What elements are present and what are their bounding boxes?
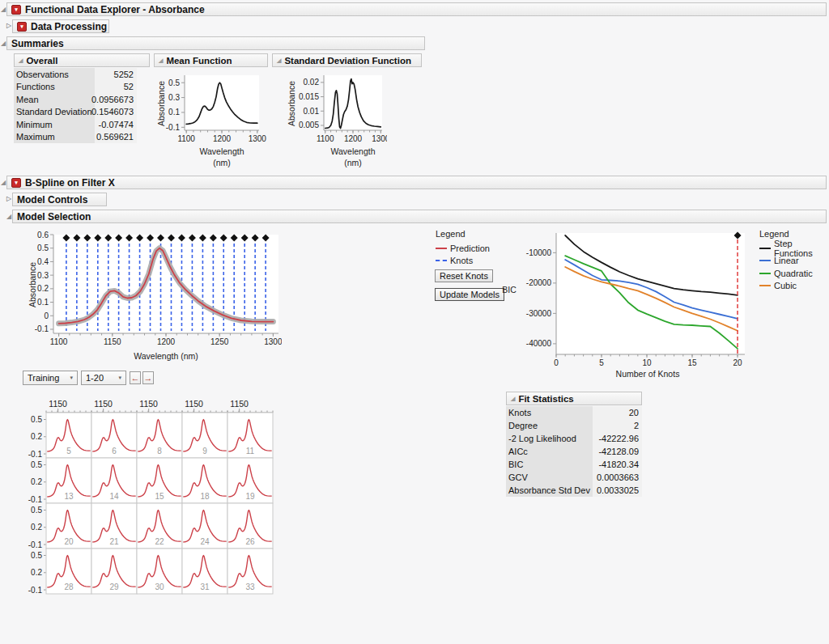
legend-item: Cubic	[759, 280, 829, 293]
table-row[interactable]: Knots20	[506, 406, 642, 419]
jmp-fde-report: ◢ ▾ Functional Data Explorer - Absorbanc…	[0, 0, 829, 644]
fde-title: Functional Data Explorer - Absorbance	[25, 4, 205, 15]
y-tick-label: -30000	[526, 309, 552, 318]
table-row-label: BIC	[506, 458, 593, 471]
y-tick-label: -10000	[526, 248, 552, 257]
disclosure-open-icon: ◢	[19, 57, 23, 64]
x-tick-label: 1300	[264, 337, 282, 346]
y-tick-label: 0.015	[299, 92, 319, 101]
table-row[interactable]: Absorbance Std Dev0.0033025	[506, 484, 642, 497]
outline-fde-header[interactable]: ▾ Functional Data Explorer - Absorbance	[6, 2, 827, 16]
x-tick-label: 1300	[249, 134, 267, 143]
legend-label: Quadratic	[774, 269, 813, 278]
table-row[interactable]: GCV0.0003663	[506, 471, 642, 484]
update-models-button[interactable]: Update Models	[435, 288, 504, 301]
function-id-label: 9	[202, 447, 207, 455]
function-id-label: 24	[200, 537, 210, 546]
function-id-label: 26	[245, 537, 255, 546]
std-dev-x-axis-label: Wavelength	[312, 146, 393, 157]
table-row-value: -42222.96	[593, 432, 642, 445]
left-arrow-icon: ←	[131, 374, 140, 383]
y-tick-label: 0.5	[37, 244, 49, 252]
table-row[interactable]: Minimum-0.07474	[14, 118, 137, 131]
legend-item: Step Functions	[759, 242, 829, 255]
table-row[interactable]: Functions52	[14, 81, 137, 94]
legend-label: Knots	[450, 256, 473, 265]
range-selector-value: 1-20	[86, 373, 104, 383]
fit-statistics-table: Knots20Degree2-2 Log Likelihood-42222.96…	[506, 406, 642, 497]
disclosure-closed-icon[interactable]: ▷	[6, 196, 11, 202]
next-page-button[interactable]: →	[142, 371, 154, 384]
x-tick-label: 0	[554, 358, 559, 367]
function-id-label: 18	[200, 492, 210, 501]
y-tick-label: 0.2	[31, 523, 42, 532]
x-tick-label: 1200	[157, 337, 176, 346]
table-row[interactable]: Maximum0.569621	[14, 131, 137, 144]
disclosure-open-icon[interactable]: ◢	[1, 6, 6, 13]
table-row[interactable]: BIC-41820.34	[506, 458, 642, 471]
spline-fit-chart[interactable]: 110011501200125013000.60.50.40.30.20.10-…	[23, 227, 282, 354]
function-id-label: 5	[66, 447, 71, 455]
red-triangle-menu-icon[interactable]: ▾	[11, 178, 21, 188]
chevron-down-icon: ▾	[70, 375, 73, 381]
table-row-label: Observations	[14, 68, 95, 81]
set-selector-dropdown[interactable]: Training ▾	[23, 371, 78, 385]
x-tick-label: 1150	[94, 399, 113, 409]
legend-swatch	[759, 248, 771, 249]
function-id-label: 8	[157, 447, 162, 455]
bic-y-axis-label: BIC	[499, 285, 520, 295]
y-tick-label: 0	[44, 311, 49, 320]
mean-function-panel-header[interactable]: ◢ Mean Function	[154, 53, 268, 67]
table-row-value: 5252	[95, 68, 137, 81]
overall-panel-header[interactable]: ◢ Overall	[14, 53, 150, 67]
function-id-label: 21	[109, 537, 119, 546]
function-id-label: 28	[64, 583, 74, 591]
x-tick-label: 1200	[213, 134, 232, 143]
outline-bspline-header[interactable]: ▾ B-Spline on Filter X	[6, 176, 827, 189]
table-row-label: Absorbance Std Dev	[506, 484, 593, 497]
table-row[interactable]: Observations5252	[14, 68, 137, 81]
table-row-label: Standard Deviation	[14, 106, 95, 119]
red-triangle-menu-icon[interactable]: ▾	[17, 22, 27, 32]
y-tick-label: -0.1	[28, 586, 43, 595]
right-arrow-icon: →	[144, 374, 153, 383]
outline-model-selection-header[interactable]: Model Selection	[12, 210, 827, 223]
outline-summaries-header[interactable]: Summaries	[6, 36, 425, 50]
disclosure-open-icon[interactable]: ◢	[1, 40, 6, 47]
y-tick-label: 0.5	[31, 460, 42, 469]
disclosure-open-icon[interactable]: ◢	[1, 180, 6, 186]
table-row[interactable]: Degree2	[506, 419, 642, 432]
function-id-label: 6	[112, 447, 117, 455]
legend-swatch	[436, 260, 447, 261]
table-row[interactable]: Mean0.0956673	[14, 93, 137, 106]
disclosure-open-icon[interactable]: ◢	[6, 214, 11, 220]
function-id-label: 33	[245, 583, 255, 591]
y-tick-label: 0.5	[31, 415, 42, 424]
fit-statistics-panel-header[interactable]: ◢ Fit Statistics	[506, 392, 642, 405]
function-id-label: 31	[200, 583, 210, 591]
function-id-label: 29	[109, 583, 119, 591]
function-id-label: 19	[245, 492, 255, 501]
reset-knots-button[interactable]: Reset Knots	[435, 269, 493, 282]
table-row-value: 20	[593, 406, 642, 419]
y-tick-label: 0.2	[31, 477, 42, 486]
table-row[interactable]: Standard Deviation0.1546073	[14, 106, 137, 119]
previous-page-button[interactable]: ←	[130, 371, 141, 384]
y-tick-label: 0.1	[168, 108, 180, 117]
x-tick-label: 15	[687, 358, 697, 367]
outline-data-processing-header[interactable]: ▾ Data Processing	[12, 19, 109, 33]
y-tick-label: -20000	[526, 278, 552, 287]
y-tick-label: 0.3	[37, 271, 49, 280]
legend-title: Legend	[436, 229, 490, 239]
y-tick-label: 0.1	[37, 298, 49, 307]
disclosure-closed-icon[interactable]: ▷	[6, 23, 11, 29]
mean-x-axis-label: Wavelength	[181, 146, 262, 157]
std-dev-chart: 1100120013000.020.0150.010.005	[283, 69, 387, 150]
y-tick-label: 0.2	[31, 568, 42, 577]
red-triangle-menu-icon[interactable]: ▾	[11, 5, 21, 15]
range-selector-dropdown[interactable]: 1-20 ▾	[81, 371, 126, 385]
table-row[interactable]: -2 Log Likelihood-42222.96	[506, 432, 642, 445]
outline-model-controls-header[interactable]: Model Controls	[12, 193, 107, 206]
table-row[interactable]: AICc-42128.09	[506, 445, 642, 458]
std-dev-panel-header[interactable]: ◢ Standard Deviation Function	[272, 53, 422, 67]
